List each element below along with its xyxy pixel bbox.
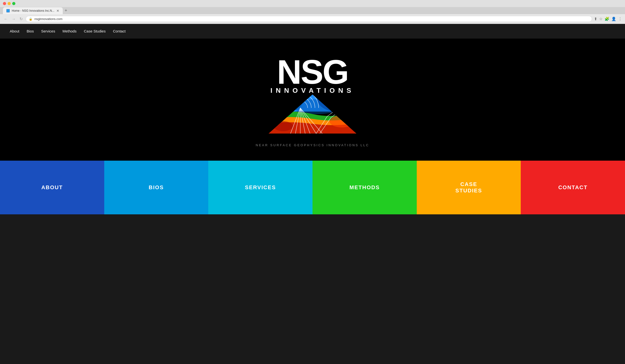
nav-links: About Bios Services Methods Case Studies… (10, 29, 125, 33)
nav-link-methods[interactable]: Methods (62, 29, 77, 33)
bottom-nav-methods[interactable]: METHODS (312, 161, 417, 214)
website-container: About Bios Services Methods Case Studies… (0, 24, 625, 214)
minimize-button[interactable] (8, 2, 11, 5)
hero-section: NSG INNOVATIONS (0, 39, 625, 161)
bottom-nav-contact-label: CONTACT (558, 184, 588, 191)
tab-favicon: 🌐 (6, 9, 10, 12)
address-bar[interactable]: 🔒 nsginnovations.com (26, 16, 592, 22)
nav-link-services[interactable]: Services (41, 29, 55, 33)
browser-toolbar-icons: ⬆ ☆ 🧩 👤 ⋮ (594, 17, 622, 21)
nav-item-bios[interactable]: Bios (27, 29, 34, 33)
nav-item-contact[interactable]: Contact (113, 29, 126, 33)
reload-button[interactable]: ↻ (19, 16, 24, 22)
lock-icon: 🔒 (29, 17, 32, 21)
browser-titlebar (0, 0, 625, 7)
browser-toolbar: ← → ↻ 🔒 nsginnovations.com ⬆ ☆ 🧩 👤 ⋮ (0, 14, 625, 24)
browser-dots (3, 2, 15, 5)
extensions-icon[interactable]: 🧩 (604, 17, 609, 21)
nav-link-contact[interactable]: Contact (113, 29, 126, 33)
nav-item-methods[interactable]: Methods (62, 29, 77, 33)
nav-item-services[interactable]: Services (41, 29, 55, 33)
nav-bar: About Bios Services Methods Case Studies… (0, 24, 625, 39)
nav-link-case-studies[interactable]: Case Studies (84, 29, 105, 33)
close-button[interactable] (3, 2, 6, 5)
browser-tab-active[interactable]: 🌐 Home - NSG Innovations Inc.N... ✕ (3, 7, 63, 14)
bottom-nav-case-studies-label: CASESTUDIES (455, 181, 482, 194)
bottom-nav-about[interactable]: ABOUT (0, 161, 104, 214)
logo-container: NSG INNOVATIONS (269, 55, 356, 134)
logo-graphic (269, 94, 356, 134)
bottom-nav-contact[interactable]: CONTACT (521, 161, 625, 214)
bottom-nav-services-label: SERVICES (245, 184, 276, 191)
svg-point-5 (330, 115, 354, 127)
url-text: nsginnovations.com (34, 17, 589, 21)
bottom-nav-services[interactable]: SERVICES (208, 161, 312, 214)
bottom-nav-bios-label: BIOS (149, 184, 164, 191)
profile-icon[interactable]: 👤 (611, 17, 616, 21)
logo-innovations-text: INNOVATIONS (271, 87, 354, 94)
bottom-nav-about-label: ABOUT (41, 184, 63, 191)
nav-link-bios[interactable]: Bios (27, 29, 34, 33)
tagline: NEAR SURFACE GEOPHYSICS INNOVATIONS LLC (256, 143, 369, 147)
menu-icon[interactable]: ⋮ (618, 17, 622, 21)
maximize-button[interactable] (12, 2, 15, 5)
browser-chrome: 🌐 Home - NSG Innovations Inc.N... ✕ + ← … (0, 0, 625, 24)
forward-button[interactable]: → (11, 16, 17, 22)
nav-item-case-studies[interactable]: Case Studies (84, 29, 105, 33)
bookmark-icon[interactable]: ⬆ (594, 17, 597, 21)
bottom-nav-grid: ABOUT BIOS SERVICES METHODS CASESTUDIES … (0, 161, 625, 214)
browser-tab-bar: 🌐 Home - NSG Innovations Inc.N... ✕ + (0, 7, 625, 14)
back-button[interactable]: ← (3, 16, 9, 22)
tab-title: Home - NSG Innovations Inc.N... (12, 9, 55, 12)
bottom-nav-bios[interactable]: BIOS (104, 161, 209, 214)
bottom-nav-case-studies[interactable]: CASESTUDIES (417, 161, 521, 214)
logo-nsg-text: NSG (277, 55, 348, 89)
new-tab-button[interactable]: + (63, 7, 69, 14)
nav-item-about[interactable]: About (10, 29, 19, 33)
star-icon[interactable]: ☆ (599, 17, 602, 21)
tab-close-button[interactable]: ✕ (56, 9, 59, 13)
svg-point-6 (273, 121, 293, 131)
nav-link-about[interactable]: About (10, 29, 19, 33)
bottom-nav-methods-label: METHODS (349, 184, 380, 191)
